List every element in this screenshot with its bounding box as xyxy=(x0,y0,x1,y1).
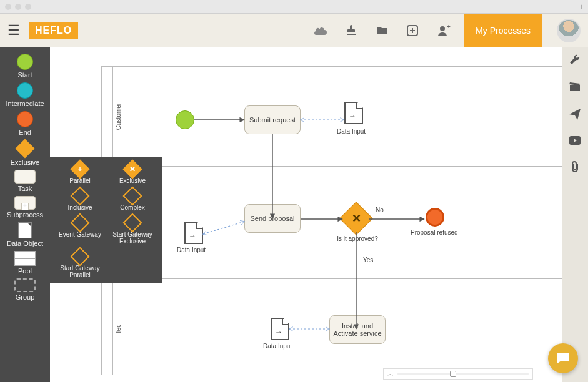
clapperboard-icon[interactable] xyxy=(569,81,581,95)
window-chrome: + xyxy=(0,0,588,14)
palette-subprocess[interactable]: Subprocess xyxy=(7,195,43,220)
add-user-icon[interactable]: + xyxy=(432,25,456,36)
task-submit-request[interactable]: Submit request xyxy=(244,105,301,134)
svg-point-1 xyxy=(440,26,445,31)
avatar[interactable] xyxy=(557,19,581,42)
flyout-event-gateway[interactable]: ◎Event Gateway xyxy=(54,215,106,246)
lane-tec[interactable]: Tec → Data Input Install and Activate se… xyxy=(113,279,562,379)
collapse-zoom-icon[interactable]: ︿ xyxy=(387,370,394,378)
palette-data-object[interactable]: Data Object xyxy=(7,221,43,248)
add-tab-icon[interactable]: + xyxy=(579,2,584,12)
flyout-inclusive[interactable]: ○Inclusive xyxy=(54,188,106,212)
paperclip-icon[interactable] xyxy=(570,161,580,175)
flyout-start-gateway-exclusive[interactable]: ◎Start Gateway Exclusive xyxy=(106,215,159,246)
lane-2[interactable]: → Data Input Send proposal ✕ Is it appro… xyxy=(113,167,562,279)
palette-pool[interactable]: Pool xyxy=(14,250,36,276)
flyout-start-gateway-parallel[interactable]: ⊕Start Gateway Parallel xyxy=(54,248,106,280)
plus-square-icon[interactable] xyxy=(402,25,423,36)
edge-label-no: No xyxy=(376,207,384,213)
data-input-1[interactable]: → xyxy=(344,102,363,124)
gateway-label: Is it approved? xyxy=(333,235,382,242)
menu-icon[interactable]: ☰ xyxy=(7,22,20,39)
zoom-slider[interactable]: ︿ xyxy=(383,368,533,380)
folder-icon[interactable] xyxy=(371,26,393,36)
flyout-parallel[interactable]: +Parallel xyxy=(54,161,106,185)
task-install-activate[interactable]: Install and Activate service xyxy=(329,315,386,344)
palette-group[interactable]: Group xyxy=(14,277,36,302)
palette-exclusive[interactable]: Exclusive xyxy=(11,139,39,167)
traffic-lights xyxy=(5,4,31,10)
shape-palette: Start Intermediate End Exclusive Task Su… xyxy=(0,47,50,382)
svg-text:+: + xyxy=(447,25,451,30)
cloud-icon[interactable] xyxy=(309,26,332,36)
topbar: ☰ HEFLO + My Processes xyxy=(0,14,588,47)
edge-label-yes: Yes xyxy=(363,257,373,263)
pool[interactable]: Customer Submit request → Data Input → D… xyxy=(101,66,562,375)
gateway-approved[interactable]: ✕ xyxy=(339,202,373,235)
stamp-icon[interactable] xyxy=(341,25,362,36)
palette-start[interactable]: Start xyxy=(17,52,33,80)
data-input-3-label: Data Input xyxy=(263,343,292,350)
gateway-flyout: +Parallel ✕Exclusive ○Inclusive ✱Complex… xyxy=(50,157,162,283)
flyout-exclusive[interactable]: ✕Exclusive xyxy=(106,161,159,185)
data-input-2-label: Data Input xyxy=(177,247,206,253)
right-rail xyxy=(562,47,588,382)
logo[interactable]: HEFLO xyxy=(29,22,78,39)
send-icon[interactable] xyxy=(569,109,581,122)
end-label: Proposal refused xyxy=(411,229,458,236)
palette-task[interactable]: Task xyxy=(14,169,36,193)
data-input-1-label: Data Input xyxy=(337,128,366,135)
lane-customer[interactable]: Customer Submit request → Data Input xyxy=(113,67,562,167)
wrench-icon[interactable] xyxy=(569,54,581,67)
flyout-complex[interactable]: ✱Complex xyxy=(106,188,159,212)
chat-fab[interactable] xyxy=(548,343,578,373)
my-processes-button[interactable]: My Processes xyxy=(464,14,542,47)
data-input-2[interactable]: → xyxy=(184,222,203,244)
start-event[interactable] xyxy=(176,110,194,129)
youtube-icon[interactable] xyxy=(569,136,581,147)
lane-label: Tec xyxy=(115,324,122,334)
palette-intermediate[interactable]: Intermediate xyxy=(6,81,44,109)
data-input-3[interactable]: → xyxy=(271,318,289,340)
task-send-proposal[interactable]: Send proposal xyxy=(244,204,301,233)
palette-end[interactable]: End xyxy=(17,110,33,137)
lane-label: Customer xyxy=(115,103,122,130)
end-event[interactable] xyxy=(426,208,444,227)
